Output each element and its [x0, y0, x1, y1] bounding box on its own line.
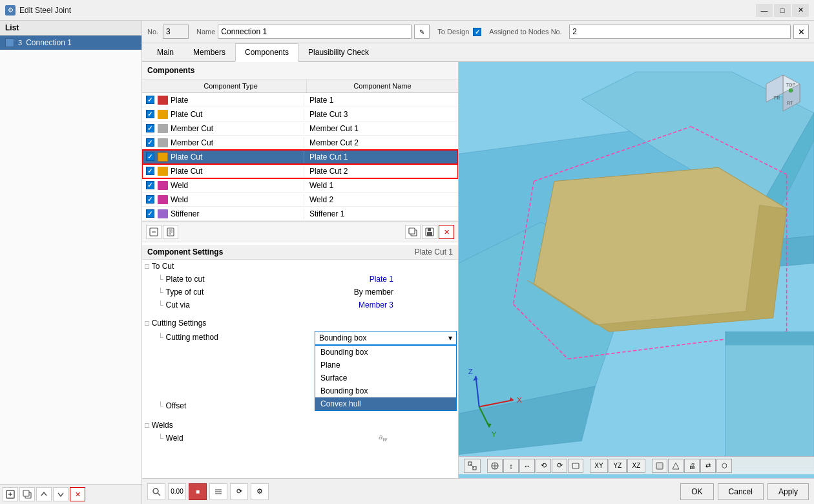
no-input[interactable]	[163, 25, 189, 39]
vp-btn3[interactable]: ↔	[519, 459, 535, 473]
settings-btn[interactable]: ⚙	[251, 483, 269, 500]
list-delete-button[interactable]: ✕	[70, 487, 85, 501]
dropdown-trigger[interactable]: Bounding box ▾	[315, 331, 457, 345]
svg-rect-4	[23, 490, 29, 496]
row-9-checkbox[interactable]	[146, 209, 154, 218]
cutting-method-dropdown[interactable]: Bounding box ▾ Bounding box Plane Surfac…	[315, 331, 457, 345]
nav-cube[interactable]: TOP FR RT	[762, 72, 804, 114]
plate-icon	[158, 96, 168, 105]
row-7-checkbox[interactable]	[146, 181, 154, 189]
vp-btn2[interactable]: ↕	[503, 459, 519, 473]
maximize-button[interactable]: □	[774, 4, 791, 17]
tab-members[interactable]: Members	[183, 43, 235, 62]
content-split: Components Component Type Component Name…	[142, 62, 814, 478]
list-view-btn[interactable]	[209, 483, 227, 500]
svg-text:X: X	[517, 395, 522, 404]
svg-rect-31	[725, 331, 815, 468]
table-row[interactable]: Member Cut Member Cut 2	[142, 136, 458, 150]
components-header: Components	[142, 62, 458, 79]
vp-view-btn3[interactable]: XZ	[627, 459, 645, 473]
list-header: List	[0, 21, 141, 36]
ok-button[interactable]: OK	[680, 483, 713, 500]
list-add-button[interactable]	[3, 487, 18, 501]
minimize-button[interactable]: —	[756, 4, 773, 17]
vp-render-btn3[interactable]: 🖨	[684, 459, 700, 473]
table-row-selected[interactable]: Plate Cut Plate Cut 1	[142, 150, 458, 164]
list-copy-button[interactable]	[19, 487, 35, 501]
table-row[interactable]: Plate Cut Plate Cut 2	[142, 164, 458, 178]
vp-view-btn1[interactable]: XY	[590, 459, 608, 473]
refresh-btn[interactable]: ⟳	[230, 483, 248, 500]
list-item[interactable]: 3 Connection 1	[0, 36, 141, 50]
dropdown-option-surface[interactable]: Surface	[315, 372, 456, 384]
weld-label: Weld	[166, 434, 379, 443]
to-design-checkbox[interactable]	[473, 28, 481, 36]
assigned-clear-button[interactable]: ✕	[793, 25, 809, 39]
tab-main[interactable]: Main	[147, 43, 183, 62]
cutting-settings-header[interactable]: □ Cutting Settings	[142, 317, 458, 330]
table-row[interactable]: Plate Cut Plate Cut 3	[142, 107, 458, 121]
list-up-button[interactable]	[36, 487, 52, 501]
table-row[interactable]: Weld Weld 1	[142, 178, 458, 193]
dropdown-option-bounding-box-2[interactable]: Bounding box	[315, 384, 456, 397]
cancel-button[interactable]: Cancel	[718, 483, 764, 500]
close-button[interactable]: ✕	[792, 4, 809, 17]
tab-components[interactable]: Components	[235, 43, 298, 62]
settings-id: Plate Cut 1	[415, 247, 453, 257]
vp-btn5[interactable]: ⟳	[552, 459, 567, 473]
row-6-type: Plate Cut	[171, 167, 202, 176]
vp-view-btn2[interactable]: YZ	[609, 459, 627, 473]
table-row[interactable]: Member Cut Member Cut 1	[142, 121, 458, 136]
row-4-checkbox[interactable]	[146, 138, 154, 147]
comp-toolbar-copy-btn[interactable]	[405, 225, 421, 239]
row-4-name: Member Cut 2	[304, 137, 458, 149]
svg-rect-55	[572, 463, 579, 468]
table-row[interactable]: Weld Weld 2	[142, 193, 458, 207]
comp-toolbar-save-btn[interactable]	[422, 225, 437, 239]
cutting-method-row: └ Cutting method Bounding box ▾ Bounding…	[142, 330, 458, 346]
to-cut-header-row[interactable]: □ To Cut	[142, 260, 458, 273]
row-9-type: Stiffener	[171, 209, 199, 218]
vp-render-btn2[interactable]	[668, 459, 684, 473]
name-input[interactable]	[218, 25, 412, 39]
vp-render-btn5[interactable]: ⬡	[716, 459, 732, 473]
welds-header-row[interactable]: □ Welds	[142, 419, 458, 432]
dropdown-option-convex-hull[interactable]: Convex hull	[315, 397, 456, 410]
vp-render-btn4[interactable]: ⇄	[700, 459, 716, 473]
weld-icon	[158, 181, 168, 190]
row-5-checkbox[interactable]	[146, 152, 154, 161]
row-8-checkbox[interactable]	[146, 195, 154, 204]
apply-button[interactable]: Apply	[767, 483, 809, 500]
components-table: Plate Plate 1 Plate Cut Plate Cut 3	[142, 93, 458, 222]
vp-render-btn1[interactable]	[652, 459, 667, 473]
svg-text:RT: RT	[787, 101, 793, 105]
name-label: Name	[196, 28, 215, 36]
cut-via-row: └ Cut via Member 3	[142, 299, 458, 311]
row-6-checkbox[interactable]	[146, 167, 154, 175]
left-pane: Components Component Type Component Name…	[142, 62, 459, 478]
edit-button[interactable]: ✎	[414, 25, 430, 39]
cut-via-label: Cut via	[166, 300, 359, 310]
color-btn[interactable]: ■	[189, 483, 207, 500]
zoom-btn[interactable]	[147, 483, 165, 500]
comp-toolbar-btn2[interactable]	[163, 225, 178, 239]
dropdown-option-plane[interactable]: Plane	[315, 359, 456, 372]
vp-btn1[interactable]	[487, 459, 503, 473]
value-btn[interactable]: 0.00	[168, 483, 186, 500]
tab-plausibility[interactable]: Plausibility Check	[298, 43, 379, 62]
vp-btn6[interactable]	[568, 459, 583, 473]
table-row[interactable]: Stiffener Stiffener 1	[142, 207, 458, 221]
row-2-checkbox[interactable]	[146, 110, 154, 118]
comp-toolbar-btn1[interactable]	[146, 225, 162, 239]
comp-toolbar-delete-btn[interactable]: ✕	[439, 225, 454, 239]
tabs-row: Main Members Components Plausibility Che…	[142, 43, 814, 62]
row-3-checkbox[interactable]	[146, 124, 154, 132]
list-down-button[interactable]	[53, 487, 68, 501]
svg-rect-32	[725, 331, 815, 345]
assigned-input[interactable]	[569, 25, 791, 39]
table-row[interactable]: Plate Plate 1	[142, 93, 458, 107]
vp-btn4[interactable]: ⟲	[536, 459, 551, 473]
dropdown-option-bounding-box[interactable]: Bounding box	[315, 346, 456, 359]
vp-fit-btn[interactable]	[464, 459, 481, 473]
row-1-checkbox[interactable]	[146, 96, 154, 104]
